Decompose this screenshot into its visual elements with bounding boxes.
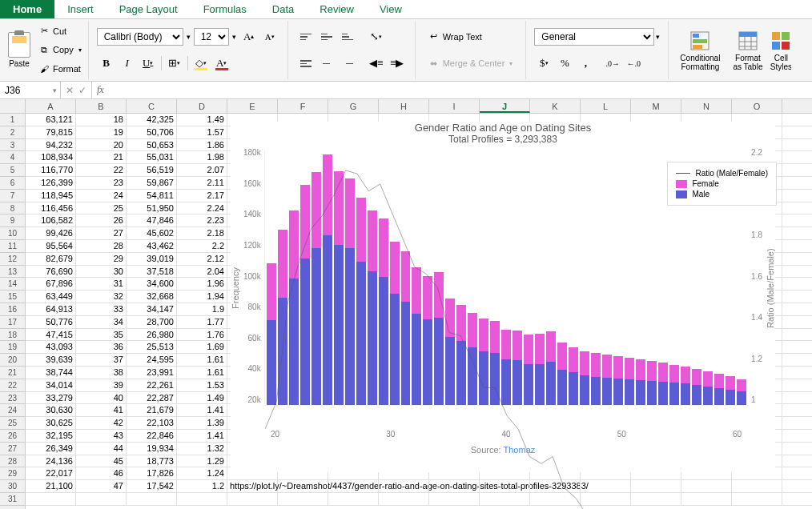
row-header-3[interactable]: 3: [0, 139, 25, 152]
tab-formulas[interactable]: Formulas: [191, 0, 259, 18]
cell[interactable]: 32: [76, 291, 127, 303]
decrease-decimal-button[interactable]: ←.0: [624, 54, 643, 72]
cell[interactable]: 18,773: [127, 455, 177, 467]
cell[interactable]: 20: [76, 139, 127, 151]
format-painter-button[interactable]: 🖌Format: [35, 62, 85, 75]
cell[interactable]: 36: [76, 341, 127, 353]
cell[interactable]: 34,600: [127, 278, 177, 290]
number-format-select[interactable]: General: [534, 28, 654, 46]
cancel-icon[interactable]: ✕: [66, 85, 74, 96]
cell[interactable]: 21,679: [127, 404, 177, 416]
cell[interactable]: 76,690: [26, 266, 76, 278]
comma-button[interactable]: ,: [576, 54, 595, 72]
orientation-button[interactable]: ⤡▾: [367, 28, 386, 46]
conditional-formatting-button[interactable]: Conditional Formatting: [675, 28, 725, 73]
tab-page-layout[interactable]: Page Layout: [107, 0, 191, 18]
align-middle-button[interactable]: [317, 28, 336, 46]
cell[interactable]: 37,518: [127, 266, 177, 278]
align-center-button[interactable]: [317, 54, 336, 72]
cell[interactable]: 43,462: [127, 240, 177, 252]
row-header-16[interactable]: 16: [0, 303, 25, 316]
row-header-10[interactable]: 10: [0, 227, 25, 240]
cell[interactable]: [127, 493, 177, 505]
cell[interactable]: 18: [76, 114, 127, 126]
cell[interactable]: 2.23: [177, 214, 227, 226]
cell[interactable]: 21,100: [26, 480, 76, 492]
increase-indent-button[interactable]: ≡▶: [388, 54, 407, 72]
col-header-M[interactable]: M: [631, 99, 681, 113]
col-header-A[interactable]: A: [26, 99, 76, 113]
cell[interactable]: 116,770: [26, 164, 76, 176]
cell[interactable]: 28,700: [127, 316, 177, 328]
col-header-K[interactable]: K: [530, 99, 581, 113]
col-header-J[interactable]: J: [480, 99, 530, 113]
cell[interactable]: 1.41: [177, 404, 227, 416]
cell[interactable]: 50,706: [127, 126, 177, 138]
cell[interactable]: 22,846: [127, 430, 177, 442]
row-header-14[interactable]: 14: [0, 278, 25, 291]
cell[interactable]: 126,399: [26, 177, 76, 189]
cell[interactable]: 51,950: [127, 202, 177, 214]
col-header-O[interactable]: O: [732, 99, 782, 113]
cell[interactable]: 67,896: [26, 278, 76, 290]
cell[interactable]: 1.49: [177, 114, 227, 126]
cell[interactable]: 1.39: [177, 417, 227, 429]
decrease-font-button[interactable]: A▾: [260, 28, 279, 46]
col-header-D[interactable]: D: [177, 99, 227, 113]
cell[interactable]: [177, 493, 227, 505]
cell[interactable]: 116,456: [26, 202, 76, 214]
cell[interactable]: 38,744: [26, 367, 76, 379]
cell[interactable]: 22: [76, 164, 127, 176]
cell[interactable]: 22,103: [127, 417, 177, 429]
tab-home[interactable]: Home: [0, 0, 54, 18]
cell[interactable]: 19: [76, 126, 127, 138]
row-header-24[interactable]: 24: [0, 404, 25, 417]
cell[interactable]: 1.32: [177, 443, 227, 455]
border-button[interactable]: ⊞▾: [165, 54, 184, 72]
cell[interactable]: 47: [76, 480, 127, 492]
cell[interactable]: 23,991: [127, 367, 177, 379]
cell[interactable]: 32,195: [26, 430, 76, 442]
cell[interactable]: 26: [76, 214, 127, 226]
cell[interactable]: 39,019: [127, 253, 177, 265]
cell[interactable]: 39,639: [26, 354, 76, 366]
row-header-19[interactable]: 19: [0, 341, 25, 354]
row-header-5[interactable]: 5: [0, 164, 25, 177]
cell[interactable]: 1.9: [177, 303, 227, 315]
row-header-2[interactable]: 2: [0, 126, 25, 139]
increase-decimal-button[interactable]: .0→: [603, 54, 622, 72]
bold-button[interactable]: B: [97, 54, 116, 72]
cell[interactable]: 22,287: [127, 392, 177, 404]
cell[interactable]: 1.61: [177, 354, 227, 366]
cell[interactable]: 24: [76, 190, 127, 202]
row-header-21[interactable]: 21: [0, 367, 25, 379]
row-header-8[interactable]: 8: [0, 202, 25, 215]
row-header-20[interactable]: 20: [0, 354, 25, 367]
col-header-C[interactable]: C: [127, 99, 177, 113]
cell[interactable]: 99,426: [26, 227, 76, 239]
cell[interactable]: 21: [76, 151, 127, 163]
align-bottom-button[interactable]: [338, 28, 357, 46]
cell[interactable]: 45: [76, 455, 127, 467]
row-header-6[interactable]: 6: [0, 177, 25, 190]
cell[interactable]: 31: [76, 278, 127, 290]
col-header-H[interactable]: H: [379, 99, 429, 113]
row-header-25[interactable]: 25: [0, 417, 25, 430]
cell[interactable]: 28: [76, 240, 127, 252]
font-color-button[interactable]: A▾: [212, 54, 231, 72]
row-header-26[interactable]: 26: [0, 430, 25, 443]
cell[interactable]: 94,232: [26, 139, 76, 151]
cell[interactable]: 1.61: [177, 367, 227, 379]
cell-styles-button[interactable]: Cell Styles: [770, 28, 791, 73]
row-header-30[interactable]: 30: [0, 480, 25, 493]
cell[interactable]: 1.76: [177, 329, 227, 341]
col-header-G[interactable]: G: [328, 99, 379, 113]
cell[interactable]: 19,934: [127, 443, 177, 455]
cell[interactable]: 63,121: [26, 114, 76, 126]
cell[interactable]: 33: [76, 303, 127, 315]
cell[interactable]: 2.12: [177, 253, 227, 265]
percent-button[interactable]: %: [555, 54, 574, 72]
row-header-17[interactable]: 17: [0, 316, 25, 329]
cell[interactable]: 42: [76, 417, 127, 429]
cell[interactable]: 63,449: [26, 291, 76, 303]
